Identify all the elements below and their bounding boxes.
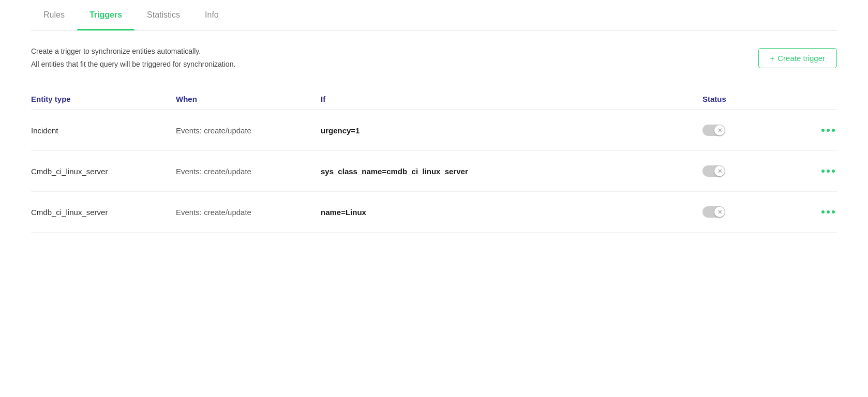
- when-cell: Events: create/update: [176, 208, 321, 217]
- entity-type-cell: Cmdb_ci_linux_server: [31, 167, 176, 176]
- tab-statistics[interactable]: Statistics: [134, 0, 192, 30]
- toggle-x-icon: ✕: [717, 209, 722, 216]
- dot-icon: [832, 210, 835, 213]
- status-cell: ✕: [702, 165, 796, 177]
- toggle-thumb: ✕: [714, 125, 725, 135]
- actions-cell: [796, 127, 837, 134]
- toggle-switch[interactable]: ✕: [702, 165, 725, 177]
- create-trigger-button[interactable]: + Create trigger: [758, 48, 837, 68]
- plus-icon: +: [770, 54, 775, 63]
- toggle-x-icon: ✕: [717, 127, 722, 134]
- when-cell: Events: create/update: [176, 167, 321, 176]
- description-text: Create a trigger to synchronize entities…: [31, 45, 235, 71]
- tab-triggers[interactable]: Triggers: [77, 0, 134, 30]
- col-actions: [796, 95, 837, 103]
- if-cell: sys_class_name=cmdb_ci_linux_server: [321, 167, 702, 176]
- if-cell: urgency=1: [321, 126, 702, 135]
- table-row: Incident Events: create/update urgency=1…: [31, 110, 837, 151]
- row-menu-button[interactable]: [819, 127, 837, 134]
- row-menu-button[interactable]: [819, 167, 837, 175]
- description-area: Create a trigger to synchronize entities…: [31, 30, 837, 83]
- toggle-track: ✕: [702, 206, 725, 218]
- tab-info[interactable]: Info: [192, 0, 231, 30]
- actions-cell: [796, 167, 837, 175]
- status-cell: ✕: [702, 206, 796, 218]
- toggle-track: ✕: [702, 165, 725, 177]
- triggers-table: Entity type When If Status Incident Even…: [31, 88, 837, 233]
- table-row: Cmdb_ci_linux_server Events: create/upda…: [31, 192, 837, 233]
- col-if: If: [321, 95, 702, 103]
- toggle-track: ✕: [702, 125, 725, 136]
- row-menu-button[interactable]: [819, 208, 837, 216]
- toggle-thumb: ✕: [714, 166, 725, 176]
- dot-icon: [821, 129, 825, 132]
- when-cell: Events: create/update: [176, 126, 321, 135]
- dot-icon: [827, 129, 830, 132]
- dot-icon: [832, 170, 835, 173]
- table-row: Cmdb_ci_linux_server Events: create/upda…: [31, 151, 837, 192]
- col-status: Status: [702, 95, 796, 103]
- status-cell: ✕: [702, 125, 796, 136]
- toggle-switch[interactable]: ✕: [702, 125, 725, 136]
- tab-rules[interactable]: Rules: [31, 0, 77, 30]
- if-cell: name=Linux: [321, 208, 702, 217]
- entity-type-cell: Cmdb_ci_linux_server: [31, 208, 176, 217]
- toggle-thumb: ✕: [714, 207, 725, 217]
- dot-icon: [832, 129, 835, 132]
- toggle-switch[interactable]: ✕: [702, 206, 725, 218]
- table-header: Entity type When If Status: [31, 88, 837, 110]
- tab-bar: Rules Triggers Statistics Info: [31, 0, 837, 30]
- dot-icon: [821, 210, 825, 213]
- dot-icon: [827, 210, 830, 213]
- col-entity-type: Entity type: [31, 95, 176, 103]
- create-trigger-label: Create trigger: [777, 54, 825, 63]
- actions-cell: [796, 208, 837, 216]
- dot-icon: [821, 170, 825, 173]
- dot-icon: [827, 170, 830, 173]
- toggle-x-icon: ✕: [717, 168, 722, 175]
- entity-type-cell: Incident: [31, 126, 176, 135]
- col-when: When: [176, 95, 321, 103]
